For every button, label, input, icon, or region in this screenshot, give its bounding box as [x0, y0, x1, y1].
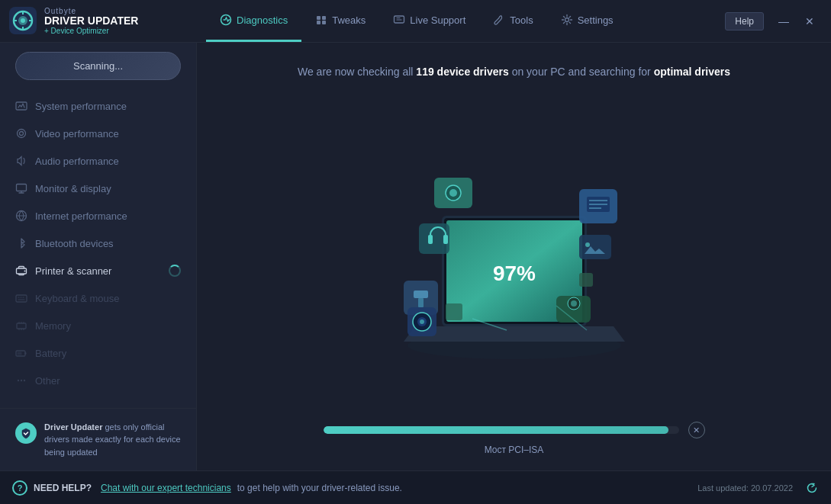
logo-product: DRIVER UPDATER — [44, 15, 138, 27]
tab-diagnostics[interactable]: Diagnostics — [206, 0, 301, 42]
bluetooth-devices-icon — [15, 237, 27, 249]
battery-icon — [15, 347, 27, 359]
scanning-spinner — [169, 265, 181, 277]
sidebar-item-video-performance[interactable]: Video performance — [0, 120, 196, 147]
svg-rect-11 — [317, 21, 320, 24]
progress-cancel-button[interactable]: ✕ — [688, 422, 705, 438]
tweaks-icon — [315, 14, 327, 26]
logo-subtitle: + Device Optimizer — [44, 27, 138, 35]
close-button[interactable]: ✕ — [797, 11, 822, 32]
bottom-bar: ? NEED HELP? Chat with our expert techni… — [0, 470, 831, 504]
monitor-display-icon — [15, 182, 27, 194]
svg-rect-39 — [418, 298, 424, 307]
sidebar-item-memory[interactable]: Memory — [0, 312, 196, 339]
logo-text: Outbyte DRIVER UPDATER + Device Optimize… — [44, 7, 138, 35]
memory-icon — [15, 319, 27, 332]
other-icon — [15, 374, 27, 387]
svg-point-26 — [18, 380, 19, 381]
title-bar: Outbyte DRIVER UPDATER + Device Optimize… — [0, 0, 831, 43]
svg-rect-38 — [414, 291, 428, 298]
window-controls: Help — ✕ — [725, 11, 822, 32]
audio-performance-icon — [15, 155, 27, 167]
help-question-icon: ? — [12, 480, 27, 496]
sidebar-trust: Driver Updater gets only official driver… — [0, 408, 196, 471]
svg-point-3 — [21, 18, 25, 23]
svg-point-21 — [24, 271, 26, 272]
laptop-illustration: 97% — [354, 132, 675, 376]
progress-bar-fill — [324, 426, 668, 434]
tab-live-support[interactable]: Live Support — [379, 0, 479, 42]
last-updated-label: Last updated: 20.07.2022 — [697, 483, 793, 493]
help-button[interactable]: Help — [725, 12, 764, 30]
refresh-icon[interactable] — [805, 481, 819, 495]
help-rest-text: to get help with your driver-related iss… — [237, 483, 402, 493]
illustration-area: 97% — [212, 93, 816, 414]
svg-point-49 — [571, 300, 577, 307]
internet-performance-icon — [15, 210, 27, 222]
svg-rect-54 — [446, 303, 462, 320]
progress-section: ✕ Мост PCI–ISA — [324, 422, 705, 455]
content-area: We are now checking all 119 device drive… — [197, 43, 831, 470]
progress-bar-background — [324, 426, 679, 434]
app-logo-icon — [9, 7, 37, 34]
live-support-icon — [393, 14, 405, 26]
svg-rect-10 — [322, 16, 326, 20]
minimize-button[interactable]: — — [771, 11, 796, 32]
svg-point-17 — [20, 132, 24, 136]
sidebar-item-other[interactable]: Other — [0, 367, 196, 394]
sidebar-item-bluetooth-devices[interactable]: Bluetooth devices — [0, 230, 196, 257]
nav-tabs: Diagnostics Tweaks Live Support — [206, 0, 725, 42]
diagnostics-icon — [220, 14, 232, 26]
svg-point-27 — [21, 380, 22, 381]
tools-icon — [493, 14, 505, 26]
sidebar-item-monitor-display[interactable]: Monitor & display — [0, 175, 196, 202]
svg-point-16 — [18, 130, 26, 138]
shield-icon — [15, 422, 37, 444]
svg-point-53 — [420, 319, 424, 324]
sidebar-item-keyboard-mouse[interactable]: Keyboard & mouse — [0, 284, 196, 312]
sidebar-item-printer-scanner[interactable]: Printer & scanner — [0, 257, 196, 284]
progress-label: Мост PCI–ISA — [324, 445, 705, 455]
svg-rect-18 — [17, 185, 27, 191]
svg-rect-25 — [18, 352, 22, 355]
keyboard-mouse-icon — [15, 292, 27, 304]
svg-point-28 — [24, 380, 25, 381]
svg-rect-22 — [16, 295, 27, 302]
tab-tweaks[interactable]: Tweaks — [301, 0, 379, 42]
sidebar-item-audio-performance[interactable]: Audio performance — [0, 147, 196, 175]
system-performance-icon — [15, 100, 27, 112]
tab-settings[interactable]: Settings — [547, 0, 627, 42]
svg-rect-9 — [317, 16, 320, 20]
svg-rect-23 — [17, 323, 26, 329]
svg-rect-55 — [579, 273, 593, 287]
sidebar-item-system-performance[interactable]: System performance — [0, 92, 196, 120]
main-layout: Scanning... System performance Video per… — [0, 43, 831, 470]
sidebar: Scanning... System performance Video per… — [0, 43, 197, 470]
svg-point-36 — [449, 189, 457, 197]
sidebar-item-internet-performance[interactable]: Internet performance — [0, 202, 196, 230]
svg-rect-45 — [579, 235, 611, 259]
sidebar-trust-text: Driver Updater gets only official driver… — [44, 421, 181, 459]
progress-bar-wrap: ✕ — [324, 422, 705, 438]
tab-tools[interactable]: Tools — [479, 0, 546, 42]
svg-text:97%: 97% — [492, 262, 535, 285]
svg-point-14 — [565, 18, 568, 22]
svg-rect-42 — [443, 235, 448, 244]
video-performance-icon — [15, 127, 27, 140]
scan-button[interactable]: Scanning... — [15, 52, 181, 80]
scan-description: We are now checking all 119 device drive… — [298, 66, 730, 78]
settings-icon — [561, 14, 573, 26]
printer-scanner-icon — [15, 265, 27, 277]
svg-rect-41 — [428, 235, 433, 244]
chat-link[interactable]: Chat with our expert technicians — [101, 483, 231, 493]
svg-rect-12 — [322, 21, 326, 24]
sidebar-item-battery[interactable]: Battery — [0, 339, 196, 367]
logo-area: Outbyte DRIVER UPDATER + Device Optimize… — [9, 7, 206, 35]
svg-point-46 — [585, 242, 590, 247]
need-help-label: NEED HELP? — [34, 483, 92, 493]
